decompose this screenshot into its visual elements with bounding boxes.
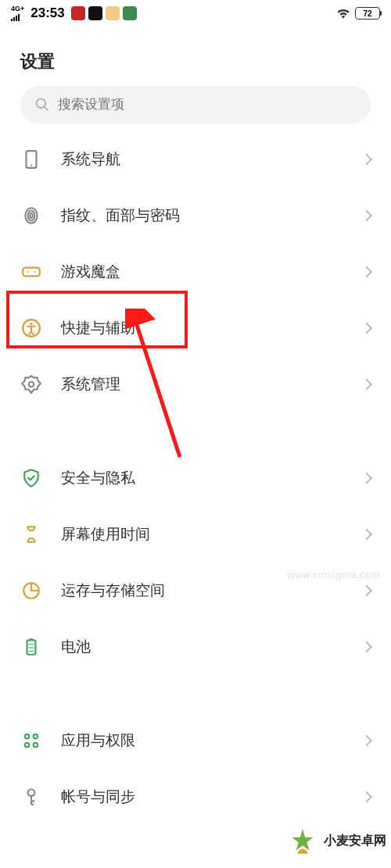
wifi-icon: [336, 8, 350, 19]
footer-brand: 小麦安卓网: [0, 820, 391, 862]
row-label: 应用与权限: [61, 730, 363, 751]
status-left: 4G+ 23:53: [11, 5, 137, 21]
search-icon: [34, 97, 50, 113]
battery-level: 72: [363, 9, 371, 18]
notification-app-icons: [71, 6, 137, 20]
svg-point-20: [25, 734, 29, 738]
fingerprint-icon: [20, 205, 42, 227]
settings-row-game-box[interactable]: 游戏魔盒: [0, 244, 391, 300]
chevron-right-icon: [361, 210, 372, 221]
watermark-url: www.xmsigma.com: [287, 569, 380, 580]
search-input[interactable]: [58, 97, 357, 113]
battery-indicator: 72: [355, 7, 380, 20]
gamepad-icon: [20, 261, 42, 283]
settings-row-system-nav[interactable]: 系统导航: [0, 131, 391, 188]
clock: 23:53: [30, 5, 64, 21]
settings-row-screen-time[interactable]: 屏幕使用时间: [0, 506, 391, 563]
battery-icon: [20, 636, 42, 658]
svg-point-5: [28, 211, 35, 221]
notification-icon: [71, 6, 85, 20]
svg-point-8: [27, 271, 29, 273]
chevron-right-icon: [361, 735, 372, 746]
svg-point-3: [30, 165, 32, 166]
settings-row-account[interactable]: 帐号与同步: [0, 769, 391, 825]
chevron-right-icon: [361, 323, 372, 334]
svg-point-24: [28, 789, 35, 796]
pie-icon: [20, 580, 42, 602]
key-icon: [20, 786, 42, 808]
brand-text: 小麦安卓网: [324, 833, 391, 849]
row-label: 运存与存储空间: [61, 580, 363, 601]
brand-logo-icon: [286, 824, 319, 857]
chevron-right-icon: [361, 379, 372, 390]
signal-bars-icon: [11, 13, 20, 21]
settings-list: 系统导航指纹、面部与密码游戏魔盒快捷与辅助系统管理安全与隐私屏幕使用时间运存与存…: [0, 131, 391, 825]
notification-icon: [123, 6, 137, 20]
row-label: 系统管理: [61, 374, 363, 395]
chevron-right-icon: [361, 266, 372, 277]
hourglass-icon: [20, 523, 42, 545]
svg-point-6: [30, 213, 32, 219]
signal-indicator: 4G+: [11, 5, 24, 21]
row-label: 系统导航: [61, 149, 363, 170]
settings-row-battery[interactable]: 电池: [0, 619, 391, 675]
svg-rect-7: [23, 268, 40, 277]
chevron-right-icon: [361, 473, 372, 484]
status-right: 72: [336, 7, 380, 20]
accessibility-icon: [20, 317, 42, 339]
search-field[interactable]: [20, 86, 371, 123]
svg-point-21: [34, 734, 38, 738]
svg-marker-12: [22, 376, 41, 393]
settings-row-fingerprint[interactable]: 指纹、面部与密码: [0, 188, 391, 244]
chevron-right-icon: [361, 791, 372, 802]
gear-icon: [20, 373, 42, 395]
row-label: 快捷与辅助: [61, 318, 363, 338]
grid-icon: [20, 730, 42, 752]
row-label: 指纹、面部与密码: [61, 205, 363, 226]
settings-row-accessibility[interactable]: 快捷与辅助: [0, 300, 391, 356]
svg-point-0: [37, 99, 46, 109]
row-label: 屏幕使用时间: [61, 524, 363, 545]
row-label: 安全与隐私: [61, 468, 363, 488]
svg-line-1: [45, 107, 48, 111]
row-label: 帐号与同步: [61, 787, 363, 807]
shield-icon: [20, 467, 42, 489]
svg-point-11: [30, 323, 32, 325]
phone-icon: [20, 148, 42, 170]
row-label: 游戏魔盒: [61, 262, 363, 282]
svg-point-13: [29, 382, 34, 388]
svg-point-22: [25, 743, 29, 747]
settings-row-system-mgmt[interactable]: 系统管理: [0, 356, 391, 413]
row-label: 电池: [61, 637, 363, 657]
settings-row-apps[interactable]: 应用与权限: [0, 713, 391, 769]
notification-icon: [106, 6, 120, 20]
svg-point-9: [34, 271, 35, 273]
svg-rect-15: [27, 640, 36, 654]
notification-icon: [88, 6, 102, 20]
chevron-right-icon: [361, 529, 372, 540]
chevron-right-icon: [361, 641, 372, 652]
svg-point-23: [34, 743, 38, 747]
page-title: 设置: [0, 27, 391, 86]
chevron-right-icon: [361, 154, 372, 165]
settings-row-security[interactable]: 安全与隐私: [0, 450, 391, 506]
svg-rect-16: [30, 638, 33, 640]
network-label: 4G+: [11, 5, 24, 13]
chevron-right-icon: [361, 585, 372, 596]
status-bar: 4G+ 23:53 72: [0, 0, 391, 27]
